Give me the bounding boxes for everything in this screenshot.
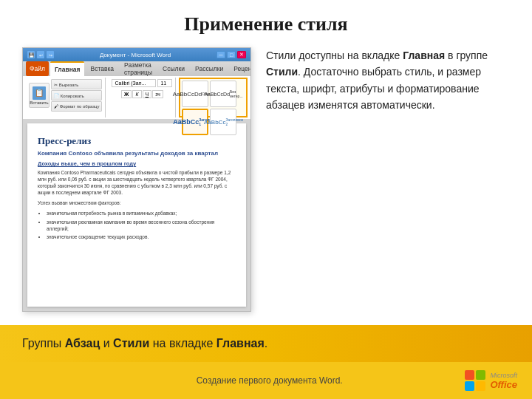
italic-btn[interactable]: К: [132, 90, 141, 98]
main-content: Применение стиля 💾 ↩ ↪ Документ - Micros…: [0, 0, 532, 362]
office-text: Office: [490, 379, 517, 390]
ribbon-tabs: Файл Главная Вставка Разметка страницы С…: [23, 61, 250, 76]
titlebar-buttons: ─ □ ✕: [216, 51, 246, 58]
font-group: Calibri (Зап... 11 Ж К Ч зч: [109, 78, 176, 117]
save-qa-btn[interactable]: 💾: [27, 51, 35, 58]
font-name-input[interactable]: Calibri (Зап...: [112, 79, 156, 87]
style-heading2[interactable]: AaBbCcЗаголовок 2: [210, 109, 236, 135]
list-item: значительная потребность рынка в витамин…: [47, 210, 236, 216]
logo-square-yellow: [476, 381, 485, 391]
microsoft-text: Microsoft: [490, 372, 517, 379]
footer-center-text: Создание первого документа Word.: [74, 375, 465, 386]
ribbon-body: 📋 Вставить ✂ Вырезать 📄 Копировать 🖌 Фор…: [23, 76, 250, 119]
doc-list-intro: Успех вызван множеством факторов:: [38, 200, 236, 206]
format-painter-btn[interactable]: 🖌 Формат по образцу: [51, 101, 102, 112]
logo-square-blue: [465, 381, 474, 391]
styles-group: AaBbCcDdОбычный AaBbCcDdБез интер... AaB…: [179, 78, 248, 117]
tab-file[interactable]: Файл: [26, 61, 49, 76]
list-item: значительная рекламная кампания во время…: [47, 219, 236, 232]
maximize-btn[interactable]: □: [227, 51, 236, 58]
doc-body-text: Компания Contoso Pharmaceuticals сегодня…: [38, 169, 236, 196]
word-document-area: Пресс-релиз Компания Contoso объявила ре…: [23, 119, 250, 311]
word-titlebar: 💾 ↩ ↪ Документ - Microsoft Word ─ □ ✕: [23, 48, 250, 61]
clipboard-group: 📋 Вставить ✂ Вырезать 📄 Копировать 🖌 Фор…: [26, 78, 106, 117]
footer: Создание первого документа Word. Microso…: [0, 362, 532, 399]
quick-access: 💾 ↩ ↪: [27, 51, 54, 58]
copy-btn[interactable]: 📄 Копировать: [51, 90, 102, 100]
cut-copy-buttons: ✂ Вырезать 📄 Копировать 🖌 Формат по обра…: [51, 79, 102, 112]
tab-refs[interactable]: Ссылки: [158, 61, 189, 76]
font-size-input[interactable]: 11: [157, 79, 172, 87]
word-page: Пресс-релиз Компания Contoso объявила ре…: [27, 123, 246, 307]
tab-insert[interactable]: Вставка: [86, 61, 118, 76]
tab-home[interactable]: Главная: [50, 61, 85, 76]
logo-square-red: [465, 370, 474, 380]
office-logo-squares: [465, 370, 485, 391]
info-text: Стили доступны на вкладке Главная в груп…: [266, 47, 510, 114]
content-area: 💾 ↩ ↪ Документ - Microsoft Word ─ □ ✕ Фа…: [22, 47, 510, 312]
cut-btn[interactable]: ✂ Вырезать: [51, 79, 102, 89]
doc-list: значительная потребность рынка в витамин…: [38, 210, 236, 239]
bottom-bar: Группы Абзац и Стили на вкладке Главная.: [0, 325, 532, 362]
tab-mailings[interactable]: Рассылки: [191, 61, 228, 76]
info-panel: Стили доступны на вкладке Главная в груп…: [266, 47, 510, 114]
tab-review[interactable]: Рецензирование: [229, 61, 251, 76]
doc-title: Пресс-релиз: [38, 135, 236, 147]
bottom-bar-text: Группы Абзац и Стили на вкладке Главная.: [22, 337, 267, 350]
undo-qa-btn[interactable]: ↩: [37, 51, 44, 58]
word-screenshot: 💾 ↩ ↪ Документ - Microsoft Word ─ □ ✕ Фа…: [22, 47, 251, 312]
bold-btn[interactable]: Ж: [121, 90, 132, 98]
style-buttons: AaBbCcDdОбычный AaBbCcDdБез интер... AaB…: [182, 81, 245, 135]
redo-qa-btn[interactable]: ↪: [47, 51, 54, 58]
page-title: Применение стиля: [22, 13, 510, 35]
style-no-spacing[interactable]: AaBbCcDdБез интер...: [210, 81, 236, 107]
titlebar-text: Документ - Microsoft Word: [100, 52, 171, 58]
list-item: значительное сокращение текущих расходов…: [47, 233, 236, 240]
minimize-btn[interactable]: ─: [216, 51, 225, 58]
paste-button[interactable]: 📋 Вставить: [29, 83, 50, 108]
office-logo: Microsoft Office: [465, 370, 517, 391]
doc-subtitle: Компания Contoso объявила результаты дох…: [38, 150, 236, 157]
tab-layout[interactable]: Разметка страницы: [120, 61, 157, 76]
underline-btn[interactable]: Ч: [143, 90, 152, 98]
doc-section-title: Доходы выше, чем в прошлом году: [38, 160, 236, 167]
strikethrough-btn[interactable]: зч: [152, 90, 163, 98]
office-brand-text: Microsoft Office: [490, 372, 517, 390]
close-btn[interactable]: ✕: [237, 51, 246, 58]
logo-square-green: [476, 370, 485, 380]
